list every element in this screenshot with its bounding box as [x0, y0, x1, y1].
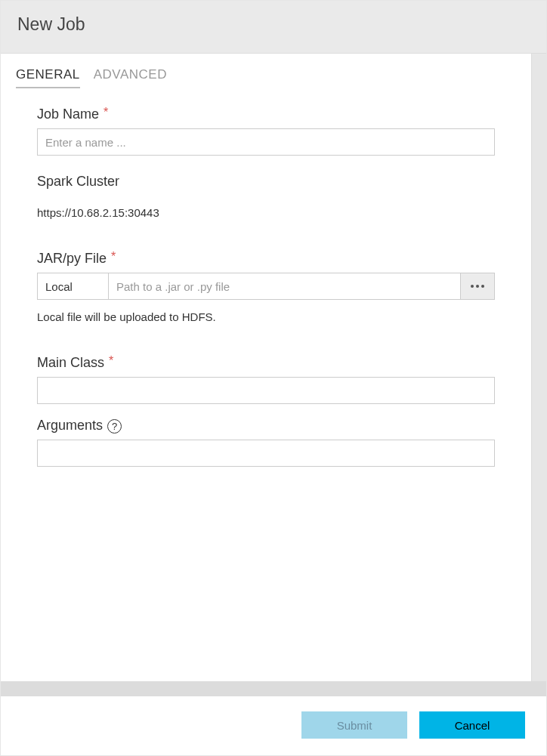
tab-general[interactable]: GENERAL: [16, 64, 80, 88]
submit-button[interactable]: Submit: [301, 711, 407, 739]
job-name-label: Job Name: [37, 106, 99, 122]
cancel-button[interactable]: Cancel: [419, 711, 525, 739]
new-job-dialog: New Job GENERAL ADVANCED Job Name *: [0, 0, 547, 756]
file-source-value: Local: [45, 280, 73, 293]
file-path-input[interactable]: [108, 273, 460, 300]
main-class-input[interactable]: [37, 377, 495, 404]
field-spark-cluster: Spark Cluster https://10.68.2.15:30443: [37, 174, 495, 219]
ellipsis-icon: [476, 285, 479, 288]
spark-cluster-value: https://10.68.2.15:30443: [37, 206, 495, 219]
tab-advanced[interactable]: ADVANCED: [94, 64, 167, 88]
required-asterisk: *: [104, 106, 108, 119]
jar-py-file-label: JAR/py File: [37, 251, 107, 267]
file-upload-hint: Local file will be uploaded to HDFS.: [37, 310, 495, 323]
field-jar-py-file: JAR/py File * Local L: [37, 251, 495, 323]
separator-bar: [1, 681, 546, 696]
arguments-input[interactable]: [37, 440, 495, 467]
dialog-footer: Submit Cancel: [1, 696, 546, 755]
tab-bar: GENERAL ADVANCED: [16, 64, 516, 88]
field-job-name: Job Name *: [37, 106, 495, 156]
job-name-input[interactable]: [37, 128, 495, 156]
ellipsis-icon: [471, 285, 474, 288]
main-class-label: Main Class: [37, 355, 104, 371]
required-asterisk: *: [111, 250, 116, 264]
dialog-title: New Job: [17, 14, 530, 35]
file-browse-button[interactable]: [460, 273, 495, 300]
dialog-titlebar: New Job: [1, 1, 546, 54]
spark-cluster-label: Spark Cluster: [37, 174, 119, 190]
field-arguments: Arguments ?: [37, 418, 495, 467]
ellipsis-icon: [481, 285, 484, 288]
arguments-label: Arguments: [37, 418, 103, 434]
help-icon[interactable]: ?: [107, 419, 122, 434]
required-asterisk: *: [109, 354, 113, 368]
scrollbar-gutter[interactable]: [531, 54, 546, 681]
file-source-dropdown[interactable]: Local: [37, 273, 108, 300]
field-main-class: Main Class *: [37, 355, 495, 404]
